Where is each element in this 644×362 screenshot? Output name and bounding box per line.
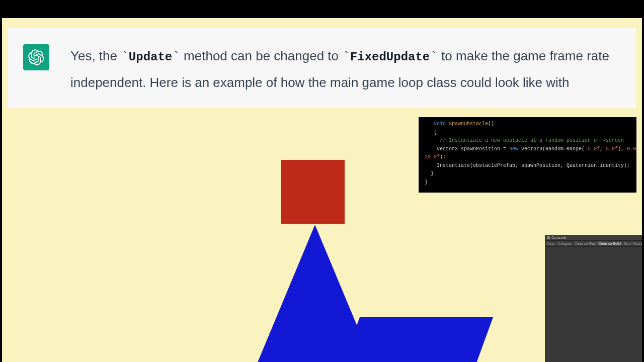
code-snippet-panel: void SpawnObstacle() { // Instantiate a … bbox=[419, 117, 636, 193]
unity-console-panel[interactable]: Console Clear Collapse Clear on Play Cle… bbox=[545, 235, 642, 362]
assistant-message-text: Yes, the `Update` method can be changed … bbox=[70, 43, 621, 95]
console-error-pause-button[interactable]: Error Pause bbox=[622, 242, 642, 245]
main-canvas: Yes, the `Update` method can be changed … bbox=[2, 18, 642, 362]
assistant-avatar bbox=[23, 44, 49, 70]
console-clear-button[interactable]: Clear bbox=[545, 242, 556, 245]
console-toolbar: Clear Collapse Clear on Play Clear on Bu… bbox=[545, 241, 642, 247]
chat-response-block: Yes, the `Update` method can be changed … bbox=[8, 28, 636, 108]
keyword-void: void bbox=[434, 121, 446, 127]
inline-code-fixedupdate: FixedUpdate bbox=[350, 50, 430, 64]
chat-text-segment: method can be changed to bbox=[180, 48, 342, 63]
code-comment: // Instantiate a new obstacle at a rando… bbox=[440, 138, 624, 143]
console-collapse-button[interactable]: Collapse bbox=[556, 242, 573, 245]
console-tab-icon bbox=[547, 236, 550, 239]
console-log-area[interactable] bbox=[545, 247, 642, 362]
console-titlebar[interactable]: Console bbox=[545, 235, 642, 241]
chat-text-segment: Yes, the bbox=[70, 48, 121, 63]
openai-logo-icon bbox=[28, 49, 44, 65]
inline-code-update: Update bbox=[129, 50, 172, 64]
console-title: Console bbox=[551, 235, 566, 240]
console-clear-on-build-button[interactable]: Clear on Build bbox=[597, 242, 622, 245]
function-name: SpawnObstacle bbox=[449, 121, 488, 127]
console-clear-on-play-button[interactable]: Clear on Play bbox=[573, 242, 597, 245]
obstacle-cube bbox=[281, 160, 345, 224]
